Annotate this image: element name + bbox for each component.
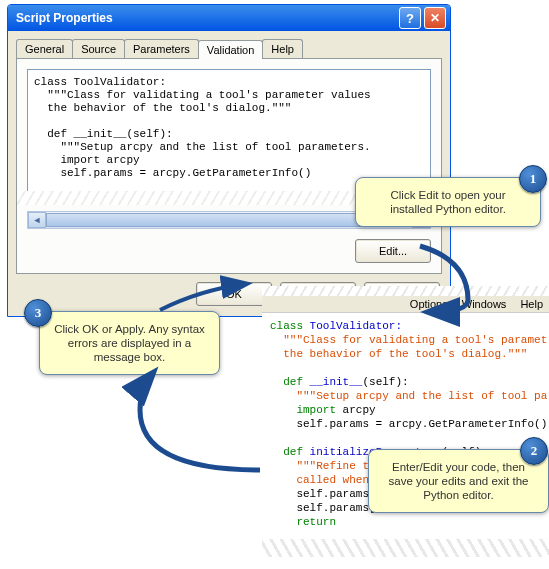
tab-source[interactable]: Source bbox=[72, 39, 125, 58]
code-str: """Class for validating a tool's paramet bbox=[270, 334, 547, 346]
callout-3: Click OK or Apply. Any syntax errors are… bbox=[39, 311, 220, 375]
code-str: the behavior of the tool's dialog.""" bbox=[270, 348, 527, 360]
tab-body: class ToolValidator: """Class for valida… bbox=[16, 58, 442, 274]
callout-text: Enter/Edit your code, then save your edi… bbox=[389, 461, 529, 501]
editor-menu: Options Windows Help bbox=[262, 296, 549, 313]
code-text: self.params[ bbox=[270, 502, 376, 514]
dialog-title: Script Properties bbox=[16, 11, 396, 25]
tab-parameters[interactable]: Parameters bbox=[124, 39, 199, 58]
code-text: self.params = arcpy.GetParameterInfo() bbox=[270, 418, 547, 430]
titlebar[interactable]: Script Properties ? ✕ bbox=[8, 5, 450, 31]
ok-button[interactable]: OK bbox=[196, 282, 272, 306]
code-kw: def bbox=[270, 376, 303, 388]
code-str: """Setup arcpy and the list of tool pa bbox=[270, 390, 547, 402]
tab-strip: General Source Parameters Validation Hel… bbox=[8, 31, 450, 58]
title-help-button[interactable]: ? bbox=[399, 7, 421, 29]
badge-1: 1 bbox=[519, 165, 547, 193]
code-text: arcpy bbox=[336, 404, 376, 416]
badge-3: 3 bbox=[24, 299, 52, 327]
callout-text: Click OK or Apply. Any syntax errors are… bbox=[54, 323, 205, 363]
python-editor: Options Windows Help class ToolValidator… bbox=[262, 286, 549, 568]
code-text: self.params[ bbox=[270, 488, 376, 500]
menu-options[interactable]: Options bbox=[410, 298, 448, 310]
code-text: (self): bbox=[362, 376, 408, 388]
menu-windows[interactable]: Windows bbox=[462, 298, 507, 310]
code-kw: return bbox=[270, 516, 336, 528]
edit-button[interactable]: Edit... bbox=[355, 239, 431, 263]
callout-text: Click Edit to open your installed Python… bbox=[390, 189, 506, 215]
callout-1: Click Edit to open your installed Python… bbox=[355, 177, 541, 227]
code-kw: import bbox=[270, 404, 336, 416]
code-kw: def bbox=[270, 446, 303, 458]
code-str: called when bbox=[270, 474, 369, 486]
close-icon[interactable]: ✕ bbox=[424, 7, 446, 29]
badge-2: 2 bbox=[520, 437, 548, 465]
tab-help[interactable]: Help bbox=[262, 39, 303, 58]
tab-validation[interactable]: Validation bbox=[198, 40, 264, 59]
scroll-thumb[interactable] bbox=[46, 213, 394, 227]
torn-edge bbox=[262, 539, 549, 557]
code-def: __init__ bbox=[303, 376, 362, 388]
validation-code[interactable]: class ToolValidator: """Class for valida… bbox=[27, 69, 431, 193]
code-text: ToolValidator: bbox=[303, 320, 402, 332]
arrow-2-to-3 bbox=[140, 374, 260, 470]
tab-general[interactable]: General bbox=[16, 39, 73, 58]
torn-edge bbox=[262, 286, 549, 296]
scroll-left-icon[interactable]: ◄ bbox=[28, 212, 46, 228]
script-properties-dialog: Script Properties ? ✕ General Source Par… bbox=[7, 4, 451, 317]
menu-help[interactable]: Help bbox=[520, 298, 543, 310]
code-kw: class bbox=[270, 320, 303, 332]
